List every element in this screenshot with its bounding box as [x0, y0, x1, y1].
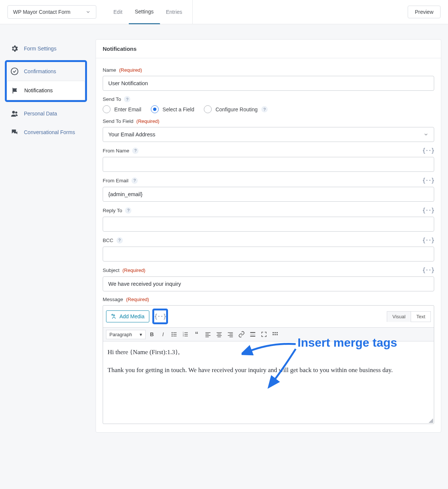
required-indicator: (Required) — [119, 67, 142, 73]
add-media-button[interactable]: Add Media — [106, 310, 149, 322]
field-bcc: BCC ? {··} — [103, 237, 434, 261]
svg-rect-11 — [184, 332, 188, 333]
name-input[interactable] — [103, 76, 434, 91]
sidebar-item-conversational-forms[interactable]: Conversational Forms — [7, 123, 85, 142]
editor-tab-visual[interactable]: Visual — [387, 311, 411, 322]
sidebar-item-notifications[interactable]: Notifications — [7, 81, 85, 100]
from-email-input[interactable] — [103, 187, 434, 202]
merge-tag-icon[interactable]: {··} — [422, 177, 434, 184]
sidebar-highlight-box: Confirmations Notifications — [5, 60, 87, 102]
bullet-list-button[interactable] — [169, 329, 179, 339]
send-to-field-label: Send To Field — [103, 118, 133, 124]
help-icon[interactable]: ? — [132, 148, 139, 154]
merge-tag-icon[interactable]: {··} — [422, 207, 434, 214]
help-icon[interactable]: ? — [131, 177, 138, 184]
bold-button[interactable]: B — [147, 329, 157, 339]
svg-rect-25 — [229, 334, 233, 335]
radio-enter-email[interactable]: Enter Email — [103, 105, 141, 113]
from-email-label: From Email — [103, 178, 128, 183]
help-icon[interactable]: ? — [124, 96, 130, 102]
paragraph-format-select[interactable]: Paragraph ▾ — [106, 330, 146, 339]
subject-label: Subject — [103, 267, 119, 273]
align-center-button[interactable] — [214, 329, 224, 339]
radio-label: Enter Email — [114, 106, 141, 112]
help-icon[interactable]: ? — [125, 207, 131, 214]
media-icon — [111, 313, 117, 319]
svg-rect-17 — [205, 334, 209, 335]
toolbar-toggle-button[interactable] — [270, 329, 280, 339]
field-send-to: Send To ? Enter Email Select a Field Con… — [103, 96, 434, 113]
merge-tag-icon[interactable]: {··} — [422, 147, 434, 154]
editor-tab-text[interactable]: Text — [411, 311, 431, 322]
merge-tag-icon[interactable]: {··} — [422, 237, 434, 244]
italic-button[interactable]: I — [158, 329, 168, 339]
radio-icon — [204, 105, 212, 113]
merge-tag-icon[interactable]: {··} — [422, 267, 434, 273]
svg-rect-36 — [276, 334, 277, 335]
select-value: Your Email Address — [108, 131, 155, 137]
reply-to-input[interactable] — [103, 217, 434, 232]
radio-configure-routing[interactable]: Configure Routing ? — [204, 105, 268, 113]
align-left-button[interactable] — [203, 329, 213, 339]
paragraph-label: Paragraph — [109, 332, 132, 337]
gear-icon — [10, 44, 19, 53]
svg-rect-7 — [173, 334, 177, 335]
dropdown-caret-icon: ▾ — [140, 332, 142, 337]
chevron-down-icon — [423, 132, 429, 137]
svg-rect-32 — [274, 332, 276, 333]
help-icon[interactable]: ? — [116, 237, 123, 244]
radio-icon — [151, 105, 159, 113]
svg-point-6 — [171, 334, 172, 335]
blockquote-button[interactable]: “ — [192, 329, 202, 339]
tab-edit[interactable]: Edit — [108, 0, 129, 24]
link-button[interactable] — [237, 329, 246, 339]
message-label: Message — [103, 297, 123, 302]
svg-rect-19 — [205, 337, 209, 337]
svg-rect-21 — [217, 334, 221, 335]
insert-merge-tag-button[interactable]: {··} — [152, 309, 168, 324]
fullscreen-button[interactable] — [259, 329, 269, 339]
from-name-input[interactable] — [103, 157, 434, 172]
required-indicator: (Required) — [122, 267, 145, 273]
send-to-field-select[interactable]: Your Email Address — [103, 127, 434, 142]
field-from-email: From Email ? {··} — [103, 177, 434, 202]
reply-to-label: Reply To — [103, 208, 122, 213]
svg-rect-23 — [217, 337, 221, 337]
sidebar-item-label: Conversational Forms — [24, 129, 75, 135]
svg-rect-30 — [250, 336, 255, 337]
chat-icon — [10, 128, 19, 136]
svg-rect-16 — [205, 332, 211, 333]
people-icon — [10, 109, 19, 118]
tab-entries[interactable]: Entries — [160, 0, 189, 24]
numbered-list-button[interactable]: 123 — [181, 329, 190, 339]
sidebar-item-label: Notifications — [24, 87, 53, 93]
resize-handle-icon[interactable] — [429, 418, 433, 423]
radio-select-field[interactable]: Select a Field — [151, 105, 194, 113]
message-content-area[interactable]: Hi there {Name (First):1.3}, Thank you f… — [103, 341, 434, 424]
svg-rect-13 — [184, 334, 188, 335]
message-paragraph: Thank you for getting in touch. We have … — [108, 365, 429, 376]
field-message: Message (Required) Add Media {··} Visua — [103, 297, 434, 424]
subject-input[interactable] — [103, 276, 434, 291]
svg-rect-27 — [229, 337, 233, 337]
svg-point-0 — [11, 68, 18, 75]
sidebar-item-form-settings[interactable]: Form Settings — [7, 39, 85, 58]
align-right-button[interactable] — [225, 329, 235, 339]
form-selector-dropdown[interactable]: WP Mayor Contact Form — [7, 5, 96, 19]
bcc-input[interactable] — [103, 247, 434, 261]
insert-more-button[interactable] — [248, 329, 258, 339]
form-selector-label: WP Mayor Contact Form — [13, 9, 71, 15]
name-label: Name — [103, 67, 116, 73]
sidebar-item-personal-data[interactable]: Personal Data — [7, 104, 85, 123]
sidebar-item-confirmations[interactable]: Confirmations — [7, 62, 85, 81]
preview-button[interactable]: Preview — [408, 6, 441, 18]
sidebar-item-label: Form Settings — [24, 46, 56, 52]
field-subject: Subject (Required) {··} — [103, 267, 434, 291]
header-tabs: Edit Settings Entries — [108, 0, 193, 24]
help-icon[interactable]: ? — [261, 106, 268, 112]
tab-settings[interactable]: Settings — [129, 0, 160, 24]
svg-rect-29 — [250, 334, 255, 335]
svg-rect-31 — [273, 332, 274, 333]
svg-point-2 — [15, 112, 18, 114]
panel-title: Notifications — [96, 40, 441, 58]
